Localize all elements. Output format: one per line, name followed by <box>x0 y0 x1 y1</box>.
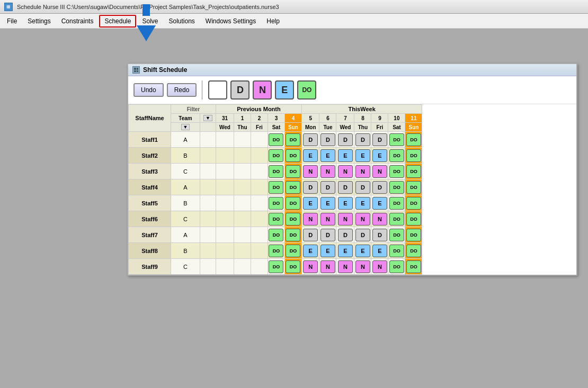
schedule-cell[interactable]: N <box>354 164 371 179</box>
menu-schedule[interactable]: Schedule <box>99 15 136 28</box>
schedule-cell[interactable] <box>234 195 251 211</box>
schedule-cell[interactable]: N <box>371 211 388 227</box>
schedule-cell[interactable]: N <box>319 211 336 227</box>
schedule-cell[interactable] <box>234 132 251 148</box>
schedule-cell[interactable] <box>251 195 268 211</box>
redo-button[interactable]: Redo <box>167 83 197 97</box>
schedule-cell[interactable]: E <box>371 243 388 259</box>
schedule-cell[interactable]: E <box>336 243 354 259</box>
schedule-cell[interactable]: E <box>354 148 371 164</box>
schedule-cell[interactable]: DO <box>388 227 405 243</box>
schedule-cell[interactable]: N <box>319 164 336 179</box>
schedule-cell[interactable]: N <box>336 211 354 227</box>
schedule-cell[interactable]: DO <box>284 227 301 243</box>
schedule-cell[interactable]: D <box>336 179 354 195</box>
schedule-cell[interactable]: N <box>371 259 388 275</box>
schedule-cell[interactable]: D <box>336 132 354 148</box>
schedule-cell[interactable]: E <box>354 195 371 211</box>
schedule-cell[interactable] <box>216 132 234 148</box>
schedule-cell[interactable]: E <box>336 195 354 211</box>
schedule-cell[interactable]: E <box>336 148 354 164</box>
schedule-cell[interactable]: E <box>371 148 388 164</box>
schedule-cell[interactable] <box>234 227 251 243</box>
schedule-cell[interactable] <box>251 243 268 259</box>
schedule-cell[interactable]: N <box>336 259 354 275</box>
schedule-cell[interactable]: N <box>319 259 336 275</box>
schedule-cell[interactable]: D <box>301 179 319 195</box>
schedule-cell[interactable]: D <box>371 132 388 148</box>
schedule-cell[interactable]: DO <box>388 243 405 259</box>
schedule-cell[interactable]: E <box>301 148 319 164</box>
menu-constraints[interactable]: Constraints <box>57 15 99 27</box>
undo-button[interactable]: Undo <box>133 83 164 97</box>
schedule-cell[interactable]: DO <box>405 148 422 164</box>
menu-settings[interactable]: Settings <box>23 15 55 27</box>
schedule-cell[interactable] <box>251 227 268 243</box>
schedule-cell[interactable]: DO <box>388 179 405 195</box>
schedule-cell[interactable]: D <box>354 132 371 148</box>
schedule-cell[interactable]: DO <box>268 132 284 148</box>
schedule-cell[interactable]: N <box>301 259 319 275</box>
schedule-cell[interactable]: DO <box>284 164 301 179</box>
schedule-cell[interactable] <box>251 259 268 275</box>
tile-DO[interactable]: DO <box>297 80 316 100</box>
schedule-cell[interactable]: D <box>336 227 354 243</box>
schedule-cell[interactable]: DO <box>405 195 422 211</box>
tile-N[interactable]: N <box>253 80 272 100</box>
schedule-cell[interactable] <box>216 259 234 275</box>
schedule-cell[interactable]: DO <box>268 259 284 275</box>
schedule-cell[interactable]: N <box>301 164 319 179</box>
schedule-cell[interactable]: E <box>319 148 336 164</box>
schedule-cell[interactable]: E <box>371 195 388 211</box>
schedule-cell[interactable]: D <box>371 179 388 195</box>
schedule-cell[interactable] <box>216 179 234 195</box>
schedule-cell[interactable]: D <box>301 132 319 148</box>
schedule-cell[interactable] <box>216 195 234 211</box>
schedule-cell[interactable]: DO <box>284 195 301 211</box>
schedule-cell[interactable] <box>251 179 268 195</box>
schedule-cell[interactable]: D <box>319 179 336 195</box>
schedule-cell[interactable] <box>234 148 251 164</box>
schedule-cell[interactable]: DO <box>405 132 422 148</box>
menu-help[interactable]: Help <box>262 15 284 27</box>
schedule-cell[interactable]: DO <box>388 132 405 148</box>
team-dropdown[interactable]: ▼ <box>203 115 212 121</box>
schedule-cell[interactable]: DO <box>388 148 405 164</box>
schedule-cell[interactable] <box>251 148 268 164</box>
schedule-cell[interactable]: DO <box>388 211 405 227</box>
schedule-cell[interactable]: E <box>301 195 319 211</box>
schedule-cell[interactable]: D <box>319 227 336 243</box>
schedule-cell[interactable]: DO <box>284 211 301 227</box>
schedule-cell[interactable] <box>251 132 268 148</box>
schedule-cell[interactable]: D <box>301 227 319 243</box>
schedule-cell[interactable]: DO <box>405 227 422 243</box>
schedule-cell[interactable]: DO <box>284 259 301 275</box>
schedule-cell[interactable]: N <box>354 211 371 227</box>
schedule-cell[interactable]: DO <box>268 179 284 195</box>
schedule-cell[interactable]: E <box>319 195 336 211</box>
schedule-cell[interactable]: DO <box>405 211 422 227</box>
menu-windows-settings[interactable]: Windows Settings <box>201 15 261 27</box>
schedule-cell[interactable]: DO <box>405 164 422 179</box>
menu-file[interactable]: File <box>2 15 22 27</box>
tile-empty[interactable] <box>208 80 227 100</box>
schedule-cell[interactable] <box>251 211 268 227</box>
schedule-cell[interactable]: DO <box>268 195 284 211</box>
schedule-cell[interactable]: N <box>336 164 354 179</box>
schedule-cell[interactable]: DO <box>268 211 284 227</box>
schedule-cell[interactable]: DO <box>388 259 405 275</box>
schedule-cell[interactable]: D <box>319 132 336 148</box>
schedule-cell[interactable]: DO <box>405 243 422 259</box>
schedule-cell[interactable]: N <box>354 259 371 275</box>
schedule-cell[interactable]: E <box>319 243 336 259</box>
schedule-cell[interactable] <box>251 164 268 179</box>
schedule-cell[interactable] <box>216 211 234 227</box>
schedule-cell[interactable]: DO <box>268 243 284 259</box>
schedule-cell[interactable]: DO <box>388 164 405 179</box>
filter-dropdown[interactable]: ▼ <box>181 124 190 130</box>
schedule-cell[interactable]: D <box>354 227 371 243</box>
tile-D[interactable]: D <box>230 80 250 100</box>
schedule-cell[interactable] <box>234 243 251 259</box>
schedule-cell[interactable] <box>216 243 234 259</box>
tile-E[interactable]: E <box>275 80 294 100</box>
